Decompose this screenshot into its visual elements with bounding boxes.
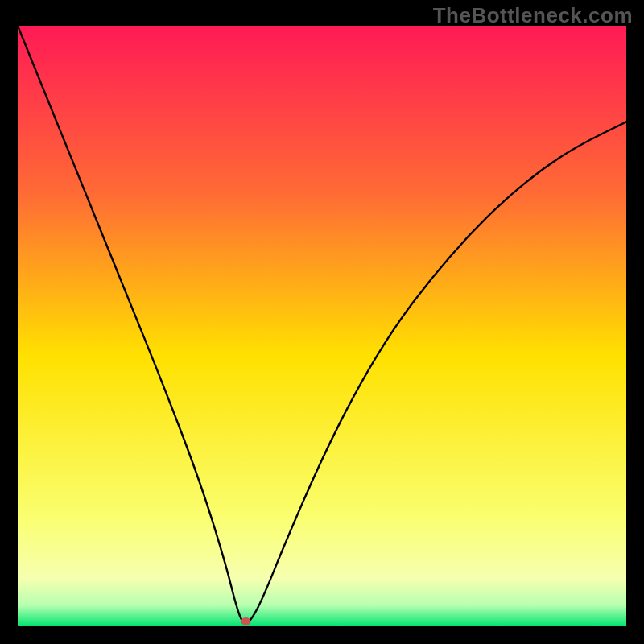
plot-area [18, 26, 626, 626]
minimum-marker [242, 617, 251, 625]
chart-svg [18, 26, 626, 626]
chart-frame: TheBottleneck.com [0, 0, 644, 644]
watermark-text: TheBottleneck.com [433, 3, 633, 28]
gradient-background [18, 26, 626, 626]
